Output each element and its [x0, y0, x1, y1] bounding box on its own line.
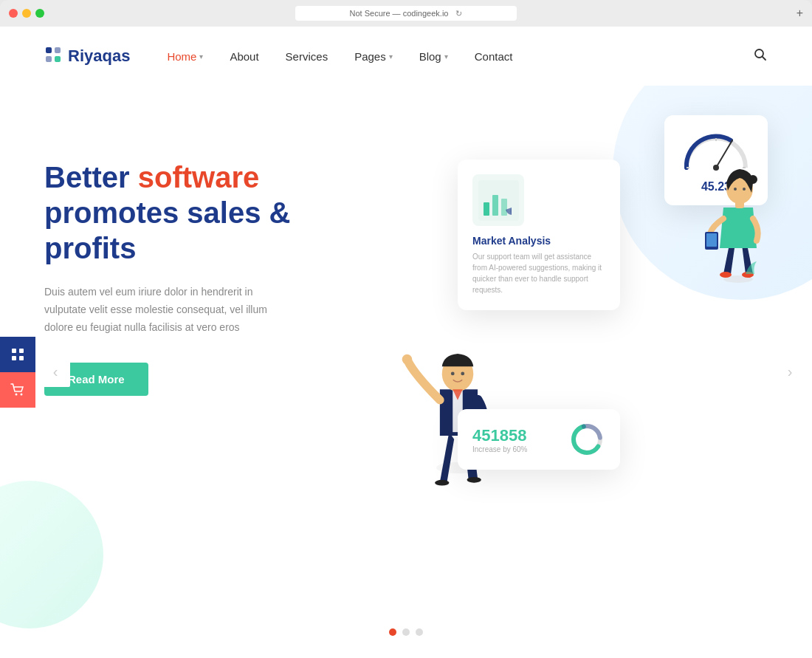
navigation: Riyaqas Home ▾ About Services Pages ▾ Bl…	[0, 27, 812, 86]
search-icon[interactable]	[753, 47, 768, 66]
svg-point-39	[749, 175, 757, 184]
close-button[interactable]	[9, 9, 18, 18]
hero-section: ‹ Better software promotes sales & profi…	[0, 86, 812, 658]
nav-home[interactable]: Home ▾	[167, 50, 203, 63]
svg-point-9	[16, 393, 18, 395]
slider-prev-button[interactable]: ‹	[41, 357, 70, 387]
stats-card: 451858 Increase by 60%	[458, 409, 620, 470]
slider-dots	[389, 628, 423, 636]
svg-rect-8	[19, 356, 24, 360]
hero-title-part2: promotes sales &	[44, 196, 290, 229]
browser-chrome: Not Secure — codingeek.io ↻ +	[0, 0, 812, 27]
svg-point-12	[435, 480, 449, 486]
stats-content: 451858 Increase by 60%	[472, 426, 528, 453]
svg-rect-1	[55, 47, 61, 53]
logo-icon	[44, 46, 62, 67]
hero-title-part3: profits	[44, 232, 136, 264]
stats-label: Increase by 60%	[472, 445, 528, 453]
svg-point-38	[743, 188, 746, 191]
nav-links: Home ▾ About Services Pages ▾ Blog ▾ Con…	[167, 50, 753, 63]
market-analysis-card: Market Analysis Our support team will ge…	[458, 160, 620, 310]
nav-about[interactable]: About	[230, 50, 258, 63]
traffic-lights	[9, 9, 44, 18]
slider-dot-3[interactable]	[416, 628, 423, 636]
slider-next-button[interactable]: ›	[775, 357, 805, 387]
slider-dot-2[interactable]	[402, 628, 410, 636]
refresh-icon[interactable]: ↻	[455, 9, 462, 18]
svg-rect-2	[46, 56, 52, 62]
hero-illustration: Market Analysis Our support team will ge…	[399, 100, 768, 544]
svg-rect-19	[484, 202, 489, 216]
svg-point-13	[467, 477, 481, 483]
nav-pages[interactable]: Pages ▾	[354, 50, 393, 63]
stats-number: 451858	[472, 426, 528, 445]
market-analysis-title: Market Analysis	[472, 235, 605, 247]
maximize-button[interactable]	[35, 9, 44, 18]
address-text: Not Secure — codingeek.io	[350, 9, 449, 18]
minimize-button[interactable]	[22, 9, 31, 18]
hero-title-highlight: software	[138, 161, 260, 193]
svg-rect-21	[501, 199, 507, 216]
svg-point-10	[21, 393, 23, 395]
nav-blog[interactable]: Blog ▾	[419, 50, 448, 63]
svg-point-4	[755, 49, 763, 58]
nav-services[interactable]: Services	[286, 50, 328, 63]
hero-content: Better software promotes sales & profits…	[44, 115, 354, 396]
address-bar[interactable]: Not Secure — codingeek.io ↻	[295, 6, 517, 21]
decorative-blob-bottom-left	[0, 481, 103, 628]
svg-rect-7	[12, 356, 16, 360]
svg-rect-5	[12, 349, 16, 353]
svg-point-31	[720, 272, 732, 278]
svg-rect-20	[492, 195, 498, 216]
nav-contact[interactable]: Contact	[475, 50, 513, 63]
hero-title: Better software promotes sales & profits	[44, 160, 354, 266]
svg-rect-34	[706, 233, 717, 247]
sidebar-cart-button[interactable]	[0, 372, 35, 408]
website-content: Riyaqas Home ▾ About Services Pages ▾ Bl…	[0, 27, 812, 658]
chevron-down-icon: ▾	[444, 52, 448, 61]
logo[interactable]: Riyaqas	[44, 46, 130, 67]
hero-title-part1: Better	[44, 161, 138, 193]
sidebar-floating-buttons	[0, 337, 35, 408]
svg-rect-0	[46, 47, 52, 53]
woman-figure	[701, 137, 775, 285]
chart-icon	[472, 174, 524, 226]
slider-dot-1[interactable]	[389, 628, 396, 636]
svg-rect-6	[19, 349, 24, 353]
svg-rect-3	[55, 56, 61, 62]
svg-point-16	[451, 372, 455, 376]
card-chart-area	[472, 174, 605, 226]
chevron-down-icon: ▾	[389, 52, 393, 61]
market-analysis-desc: Our support team will get assistance fro…	[472, 251, 605, 295]
hero-description: Duis autem vel eum iriure dolor in hendr…	[44, 284, 281, 336]
svg-point-17	[461, 372, 464, 376]
new-tab-button[interactable]: +	[796, 7, 803, 20]
sidebar-grid-button[interactable]	[0, 337, 35, 372]
svg-point-37	[734, 188, 737, 191]
chevron-down-icon: ▾	[199, 52, 203, 61]
logo-text: Riyaqas	[68, 47, 130, 66]
svg-point-14	[402, 354, 413, 365]
